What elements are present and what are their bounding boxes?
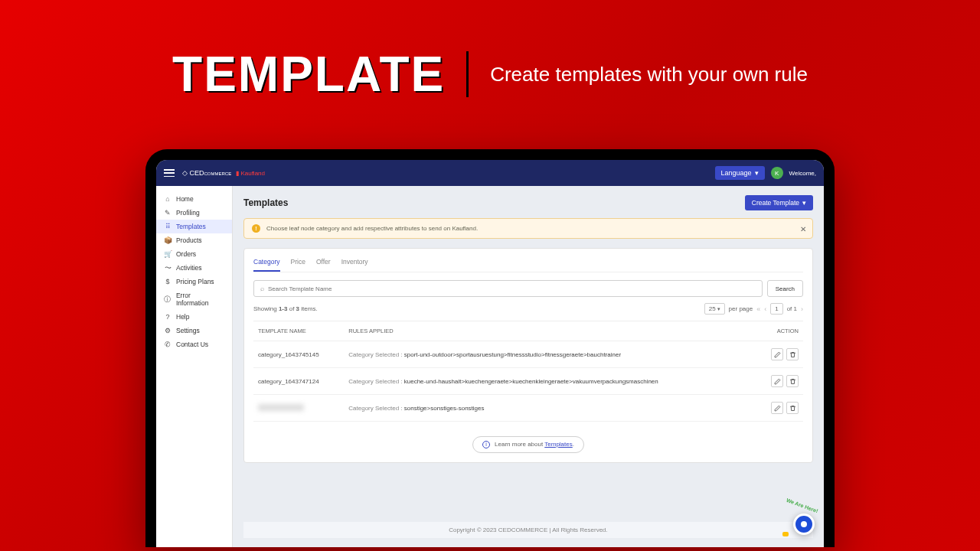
template-name: category_1643745145 <box>258 351 319 358</box>
sidebar-item-label: Orders <box>176 250 196 258</box>
create-template-button[interactable]: Create Template ▾ <box>745 195 813 210</box>
hero-banner: TEMPLATE Create templates with your own … <box>0 0 980 126</box>
sidebar-item-error-information[interactable]: ⓘError Information <box>156 289 232 310</box>
sidebar-icon: ⠿ <box>164 223 172 230</box>
delete-button[interactable] <box>786 375 799 387</box>
tab-category[interactable]: Category <box>253 258 280 272</box>
showing-text: Showing 1-3 of 3 items. <box>253 305 318 312</box>
page-title: Templates <box>243 197 288 208</box>
rule-path: kueche-und-haushalt>kuechengeraete>kuech… <box>404 378 658 385</box>
brand-logo: ◇ CEDCOMMERCE ▮ Kaufland <box>182 169 265 177</box>
first-page-icon[interactable]: « <box>756 305 760 313</box>
delete-button[interactable] <box>786 348 799 360</box>
sidebar-item-label: Products <box>176 236 202 244</box>
table-row: category_1643745145Category Selected : s… <box>253 341 803 368</box>
rule-prefix: Category Selected : <box>348 378 403 385</box>
learn-more: i Learn more about Templates. <box>253 435 803 453</box>
templates-table: TEMPLATE NAME RULES APPLIED ACTION categ… <box>253 321 803 422</box>
sidebar-icon: ⓘ <box>164 295 172 303</box>
avatar[interactable]: K <box>771 167 783 179</box>
chevron-down-icon: ▾ <box>755 169 759 177</box>
sidebar-item-label: Templates <box>176 223 206 230</box>
sidebar-item-templates[interactable]: ⠿Templates <box>156 220 232 233</box>
sidebar-icon: 〜 <box>164 264 172 272</box>
sidebar-icon: 📦 <box>164 236 172 244</box>
pagination: 25 ▾ per page « ‹ 1 of 1 › <box>704 303 803 315</box>
sidebar-item-label: Settings <box>176 327 200 334</box>
menu-toggle-icon[interactable] <box>164 169 175 177</box>
col-rules: RULES APPLIED <box>344 321 756 341</box>
edit-button[interactable] <box>771 375 783 387</box>
sidebar-icon: ⚙ <box>164 327 172 334</box>
sidebar-item-settings[interactable]: ⚙Settings <box>156 324 232 337</box>
sidebar-item-label: Contact Us <box>176 341 208 348</box>
chat-accent <box>782 532 789 536</box>
sidebar-item-activities[interactable]: 〜Activities <box>156 261 232 275</box>
welcome-text: Welcome, <box>789 170 816 177</box>
tab-offer[interactable]: Offer <box>316 258 331 272</box>
sidebar-item-label: Error Information <box>176 292 224 307</box>
info-icon: i <box>482 441 490 448</box>
sidebar-icon: $ <box>164 278 172 285</box>
sidebar-item-label: Home <box>176 195 194 203</box>
sidebar-icon: ✆ <box>164 341 172 348</box>
tab-inventory[interactable]: Inventory <box>341 258 368 272</box>
next-page-icon[interactable]: › <box>801 305 803 313</box>
delete-button[interactable] <box>786 402 799 414</box>
sidebar-item-label: Help <box>176 313 189 321</box>
warning-icon: ! <box>252 224 260 233</box>
alert-text: Choose leaf node category and add respec… <box>266 225 478 232</box>
template-name: category_1643747124 <box>258 378 319 385</box>
tabs: CategoryPriceOfferInventory <box>253 258 803 272</box>
chat-widget[interactable]: We Are Here! <box>784 504 818 538</box>
sidebar-item-pricing-plans[interactable]: $Pricing Plans <box>156 275 232 289</box>
search-input-wrapper: ⌕ <box>253 280 763 297</box>
template-name-blurred <box>258 404 304 411</box>
rule-path: sport-und-outdoor>sportausruestung>fitne… <box>404 351 621 358</box>
sidebar-item-orders[interactable]: 🛒Orders <box>156 247 232 261</box>
search-input[interactable] <box>268 285 756 292</box>
prev-page-icon[interactable]: ‹ <box>764 305 766 313</box>
topbar: ◇ CEDCOMMERCE ▮ Kaufland Language ▾ K We… <box>156 160 824 186</box>
search-button[interactable]: Search <box>767 280 803 297</box>
table-row: Category Selected : sonstige>sonstiges-s… <box>253 395 803 422</box>
page-input[interactable]: 1 <box>770 303 782 315</box>
info-alert: ! Choose leaf node category and add resp… <box>243 218 813 239</box>
sidebar-icon: ⌂ <box>164 195 172 203</box>
sidebar-icon: 🛒 <box>164 250 172 258</box>
rule-prefix: Category Selected : <box>348 351 403 358</box>
edit-button[interactable] <box>771 402 783 414</box>
hero-subtitle: Create templates with your own rule <box>490 63 808 86</box>
rule-prefix: Category Selected : <box>348 405 403 412</box>
col-action: ACTION <box>756 321 803 341</box>
sidebar-item-home[interactable]: ⌂Home <box>156 192 232 206</box>
sidebar-icon: ✎ <box>164 209 172 217</box>
sidebar-item-contact-us[interactable]: ✆Contact Us <box>156 337 232 351</box>
sidebar-item-label: Pricing Plans <box>176 278 214 285</box>
app-screen: ◇ CEDCOMMERCE ▮ Kaufland Language ▾ K We… <box>156 160 824 547</box>
rule-path: sonstige>sonstiges-sonstiges <box>404 405 485 412</box>
table-row: category_1643747124Category Selected : k… <box>253 368 803 395</box>
templates-card: CategoryPriceOfferInventory ⌕ Search Sho… <box>243 248 813 463</box>
sidebar-item-profiling[interactable]: ✎Profiling <box>156 206 232 220</box>
sidebar-icon: ? <box>164 313 172 321</box>
per-page-select[interactable]: 25 ▾ <box>704 303 725 315</box>
hero-title: TEMPLATE <box>172 46 445 103</box>
chat-icon <box>793 514 815 535</box>
main-content: Templates Create Template ▾ ! Choose lea… <box>233 186 824 547</box>
language-button[interactable]: Language ▾ <box>715 166 765 180</box>
footer-text: Copyright © 2023 CEDCOMMERCE | All Right… <box>243 522 813 538</box>
hero-divider <box>466 51 469 97</box>
tab-price[interactable]: Price <box>291 258 305 272</box>
device-frame: ◇ CEDCOMMERCE ▮ Kaufland Language ▾ K We… <box>145 149 835 547</box>
edit-button[interactable] <box>771 348 783 360</box>
sidebar-item-products[interactable]: 📦Products <box>156 233 232 247</box>
sidebar: ⌂Home✎Profiling⠿Templates📦Products🛒Order… <box>156 186 233 547</box>
search-icon: ⌕ <box>260 285 264 292</box>
close-icon[interactable]: ✕ <box>800 224 806 233</box>
sidebar-item-label: Profiling <box>176 209 200 217</box>
sidebar-item-help[interactable]: ?Help <box>156 310 232 324</box>
learn-templates-link[interactable]: Templates <box>544 441 572 448</box>
chevron-down-icon: ▾ <box>802 199 806 207</box>
sidebar-item-label: Activities <box>176 264 202 272</box>
